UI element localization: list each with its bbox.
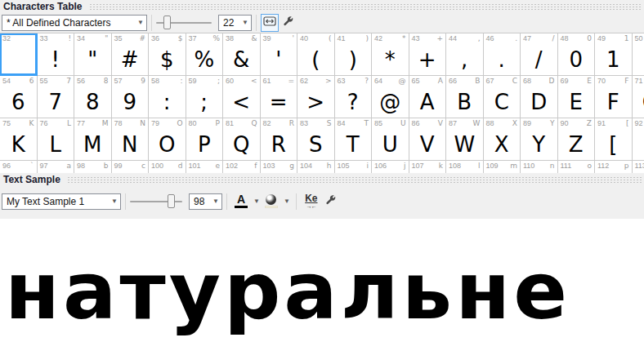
char-cell-100[interactable]: 100dd — [149, 161, 186, 173]
char-cell-61[interactable]: 61== — [261, 76, 298, 118]
slider-thumb[interactable] — [168, 194, 175, 208]
char-cell-88[interactable]: 88XX — [484, 118, 521, 161]
text-sample-dropdown[interactable]: My Text Sample 1 ▼ — [2, 193, 121, 210]
character-size-dropdown[interactable]: 22 ▼ — [218, 15, 252, 31]
char-cell-32[interactable]: 32 — [0, 33, 38, 76]
cell-code-label: 38 — [226, 34, 234, 42]
char-cell-113[interactable]: 113qq — [633, 161, 644, 173]
header-dotted-texture — [67, 176, 642, 184]
cell-reference-char: c — [141, 162, 145, 170]
char-cell-77[interactable]: 77MM — [74, 118, 112, 161]
char-cell-42[interactable]: 42** — [372, 33, 409, 76]
char-cell-65[interactable]: 65AA — [409, 76, 447, 118]
char-cell-92[interactable]: 92\\ — [633, 118, 644, 161]
char-cell-70[interactable]: 70FF — [595, 76, 633, 118]
char-cell-110[interactable]: 110nn — [521, 161, 558, 173]
char-cell-58[interactable]: 58:: — [149, 76, 186, 118]
ink-ball-icon — [266, 194, 276, 205]
character-filter-dropdown[interactable]: * All Defined Characters ▼ — [2, 15, 147, 31]
char-cell-98[interactable]: 98bb — [74, 161, 112, 173]
char-cell-55[interactable]: 5577 — [38, 76, 75, 118]
char-cell-38[interactable]: 38&& — [223, 33, 261, 76]
char-cell-57[interactable]: 5799 — [112, 76, 150, 118]
char-cell-76[interactable]: 76LL — [38, 118, 75, 161]
background-color-swatch — [265, 206, 278, 208]
cell-glyph: B — [457, 91, 472, 113]
character-zoom-slider[interactable] — [156, 15, 212, 31]
char-cell-67[interactable]: 67CC — [484, 76, 521, 118]
cell-code-label: 48 — [561, 34, 569, 42]
char-cell-107[interactable]: 107kk — [409, 161, 447, 173]
char-cell-82[interactable]: 82RR — [261, 118, 298, 161]
char-cell-56[interactable]: 5688 — [74, 76, 112, 118]
char-cell-62[interactable]: 62>> — [297, 76, 335, 118]
char-cell-81[interactable]: 81QQ — [223, 118, 261, 161]
char-cell-111[interactable]: 111oo — [558, 161, 596, 173]
char-cell-64[interactable]: 64@@ — [372, 76, 409, 118]
char-cell-106[interactable]: 106jj — [372, 161, 409, 173]
char-cell-108[interactable]: 108ll — [446, 161, 484, 173]
cell-reference-char: 8 — [104, 77, 109, 85]
char-cell-91[interactable]: 91[[ — [595, 118, 633, 161]
characters-settings-button[interactable] — [279, 14, 297, 32]
char-cell-96[interactable]: 96`` — [0, 161, 38, 173]
char-cell-90[interactable]: 90ZZ — [558, 118, 596, 161]
char-cell-44[interactable]: 44,, — [446, 33, 484, 76]
char-cell-78[interactable]: 78NN — [112, 118, 150, 161]
char-cell-35[interactable]: 35## — [112, 33, 150, 76]
char-cell-104[interactable]: 104hh — [297, 161, 335, 173]
chevron-down-icon[interactable]: ▼ — [253, 198, 260, 205]
cell-reference-char: E — [587, 77, 592, 85]
char-cell-59[interactable]: 59;; — [186, 76, 224, 118]
char-cell-101[interactable]: 101ee — [186, 161, 224, 173]
character-size-value: 22 — [223, 17, 234, 29]
char-cell-68[interactable]: 68DD — [521, 76, 558, 118]
char-cell-97[interactable]: 97aa — [38, 161, 75, 173]
char-cell-85[interactable]: 85UU — [372, 118, 409, 161]
char-cell-47[interactable]: 47// — [521, 33, 558, 76]
char-cell-86[interactable]: 86VV — [409, 118, 447, 161]
char-cell-89[interactable]: 89YY — [521, 118, 558, 161]
char-cell-79[interactable]: 79OO — [149, 118, 186, 161]
char-cell-63[interactable]: 63?? — [335, 76, 373, 118]
cell-code-label: 101 — [189, 162, 201, 170]
char-cell-109[interactable]: 109mm — [484, 161, 521, 173]
char-cell-75[interactable]: 75KK — [0, 118, 38, 161]
background-color-button[interactable] — [262, 193, 281, 211]
char-cell-36[interactable]: 36$$ — [149, 33, 186, 76]
char-cell-102[interactable]: 102ff — [223, 161, 261, 173]
slider-thumb[interactable] — [163, 16, 171, 29]
char-cell-48[interactable]: 4800 — [558, 33, 596, 76]
char-cell-46[interactable]: 46.. — [484, 33, 521, 76]
cell-reference-char: ` — [30, 162, 34, 170]
char-cell-69[interactable]: 69EE — [558, 76, 596, 118]
char-cell-87[interactable]: 87WW — [446, 118, 484, 161]
char-cell-103[interactable]: 103gg — [261, 161, 298, 173]
char-cell-83[interactable]: 83SS — [297, 118, 335, 161]
char-cell-84[interactable]: 84TT — [335, 118, 373, 161]
char-cell-54[interactable]: 5466 — [0, 76, 38, 118]
sample-settings-button[interactable] — [322, 193, 340, 211]
char-cell-33[interactable]: 33!! — [38, 33, 75, 76]
char-cell-99[interactable]: 99cc — [112, 161, 150, 173]
kerning-toggle-button[interactable]: Ke →← — [301, 193, 322, 211]
char-cell-80[interactable]: 80PP — [186, 118, 224, 161]
char-cell-71[interactable]: 71GG — [633, 76, 644, 118]
font-color-button[interactable]: A — [231, 193, 251, 211]
char-cell-105[interactable]: 105ii — [335, 161, 373, 173]
char-cell-40[interactable]: 40(( — [297, 33, 335, 76]
char-cell-39[interactable]: 39'' — [261, 33, 298, 76]
sample-size-slider[interactable] — [130, 193, 182, 210]
char-cell-37[interactable]: 37%% — [186, 33, 224, 76]
char-cell-43[interactable]: 43++ — [409, 33, 447, 76]
char-cell-34[interactable]: 34"" — [74, 33, 112, 76]
char-cell-66[interactable]: 66BB — [446, 76, 484, 118]
char-cell-60[interactable]: 60<< — [223, 76, 261, 118]
char-cell-41[interactable]: 41)) — [335, 33, 373, 76]
char-cell-112[interactable]: 112pp — [595, 161, 633, 173]
chevron-down-icon[interactable]: ▼ — [284, 198, 290, 205]
sample-size-dropdown[interactable]: 98 ▼ — [189, 193, 222, 210]
fit-width-toggle-button[interactable] — [261, 14, 279, 32]
char-cell-49[interactable]: 4911 — [595, 33, 633, 76]
char-cell-50[interactable]: 5022 — [633, 33, 644, 76]
